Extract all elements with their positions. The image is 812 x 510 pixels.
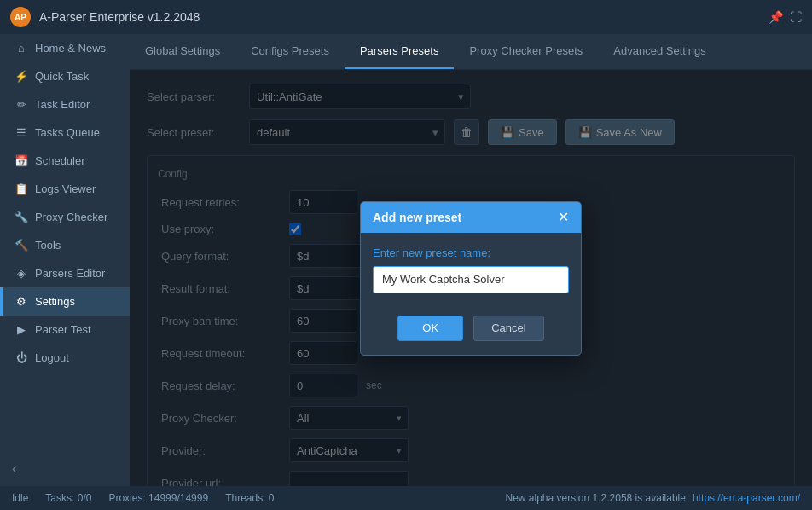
sidebar-item-logs-viewer[interactable]: 📋 Logs Viewer — [0, 175, 130, 203]
sidebar-item-tasks-queue[interactable]: ☰ Tasks Queue — [0, 119, 130, 147]
proxy-checker-icon: 🔧 — [14, 211, 28, 223]
scheduler-icon: 📅 — [14, 154, 28, 167]
sidebar-item-logout[interactable]: ⏻ Logout — [0, 344, 130, 372]
main-content: Global Settings Configs Presets Parsers … — [130, 34, 812, 486]
modal-header: Add new preset ✕ — [361, 202, 581, 233]
sidebar-item-proxy-checker-label: Proxy Checker — [35, 211, 107, 223]
sidebar-item-parser-test-label: Parser Test — [35, 323, 91, 336]
status-update-msg: New alpha version 1.2.2058 is available — [505, 492, 685, 504]
status-bar: Idle Tasks: 0/0 Proxies: 14999/14999 Thr… — [0, 486, 812, 510]
logout-icon: ⏻ — [14, 351, 28, 364]
sidebar-item-home-label: Home & News — [35, 42, 106, 55]
add-preset-modal: Add new preset ✕ Enter new preset name: … — [360, 201, 582, 356]
tab-parsers-presets[interactable]: Parsers Presets — [345, 34, 454, 69]
sidebar-item-task-editor[interactable]: ✏ Task Editor — [0, 90, 130, 119]
app-logo: AP — [10, 7, 31, 27]
status-update-link[interactable]: https://en.a-parser.com/ — [693, 492, 800, 504]
window-controls: 📌 ⛶ — [768, 10, 802, 24]
app-title: A-Parser Enterprise v1.2.2048 — [39, 10, 760, 24]
sidebar-item-home[interactable]: ⌂ Home & News — [0, 34, 130, 62]
parsers-editor-icon: ◈ — [14, 267, 28, 280]
settings-icon: ⚙ — [14, 295, 28, 308]
status-threads: Threads: 0 — [225, 492, 274, 504]
tools-icon: 🔨 — [14, 239, 28, 252]
sidebar-item-parsers-editor[interactable]: ◈ Parsers Editor — [0, 259, 130, 287]
status-proxies: Proxies: 14999/14999 — [108, 492, 208, 504]
sidebar-item-tasks-queue-label: Tasks Queue — [35, 126, 100, 139]
logs-icon: 📋 — [14, 183, 28, 195]
sidebar-item-settings-label: Settings — [35, 295, 75, 308]
tab-proxy-checker-presets[interactable]: Proxy Checker Presets — [454, 34, 598, 69]
sidebar-item-tools-label: Tools — [35, 239, 61, 252]
tab-nav: Global Settings Configs Presets Parsers … — [130, 34, 812, 70]
tab-global-settings[interactable]: Global Settings — [130, 34, 235, 69]
app-body: ⌂ Home & News ⚡ Quick Task ✏ Task Editor… — [0, 34, 812, 486]
sidebar-item-quick-task[interactable]: ⚡ Quick Task — [0, 62, 130, 90]
sidebar-item-scheduler[interactable]: 📅 Scheduler — [0, 147, 130, 175]
task-editor-icon: ✏ — [14, 98, 28, 111]
modal-title: Add new preset — [373, 211, 461, 224]
status-update: New alpha version 1.2.2058 is available … — [505, 492, 800, 504]
pin-button[interactable]: 📌 — [768, 10, 783, 24]
modal-footer: OK Cancel — [361, 307, 581, 355]
modal-input-label: Enter new preset name: — [373, 246, 569, 259]
parser-test-icon: ▶ — [14, 323, 28, 336]
status-tasks: Tasks: 0/0 — [45, 492, 91, 504]
modal-overlay: Add new preset ✕ Enter new preset name: … — [130, 70, 812, 486]
sidebar-item-logout-label: Logout — [35, 351, 69, 364]
home-icon: ⌂ — [14, 42, 28, 55]
tasks-queue-icon: ☰ — [14, 126, 28, 139]
quick-task-icon: ⚡ — [14, 70, 28, 83]
sidebar-item-parser-test[interactable]: ▶ Parser Test — [0, 316, 130, 344]
sidebar-item-tools[interactable]: 🔨 Tools — [0, 231, 130, 259]
sidebar-item-logs-label: Logs Viewer — [35, 183, 96, 195]
sidebar-item-task-editor-label: Task Editor — [35, 98, 90, 111]
status-idle: Idle — [12, 492, 28, 504]
modal-ok-button[interactable]: OK — [397, 316, 463, 341]
expand-button[interactable]: ⛶ — [790, 10, 802, 24]
sidebar-item-parsers-editor-label: Parsers Editor — [35, 267, 105, 280]
modal-body: Enter new preset name: — [361, 233, 581, 307]
sidebar-item-settings[interactable]: ⚙ Settings — [0, 287, 130, 316]
sidebar-item-scheduler-label: Scheduler — [35, 154, 85, 167]
sidebar-collapse-button[interactable]: ‹ — [0, 451, 130, 486]
content-area: Select parser: Util::AntiGate Select pre… — [130, 70, 812, 486]
modal-preset-name-input[interactable] — [373, 266, 569, 293]
title-bar: AP A-Parser Enterprise v1.2.2048 📌 ⛶ — [0, 0, 812, 34]
sidebar: ⌂ Home & News ⚡ Quick Task ✏ Task Editor… — [0, 34, 130, 486]
sidebar-item-quick-task-label: Quick Task — [35, 70, 89, 83]
modal-close-button[interactable]: ✕ — [558, 211, 569, 224]
tab-advanced-settings[interactable]: Advanced Settings — [598, 34, 721, 69]
tab-configs-presets[interactable]: Configs Presets — [235, 34, 345, 69]
sidebar-item-proxy-checker[interactable]: 🔧 Proxy Checker — [0, 203, 130, 231]
modal-cancel-button[interactable]: Cancel — [473, 316, 543, 341]
